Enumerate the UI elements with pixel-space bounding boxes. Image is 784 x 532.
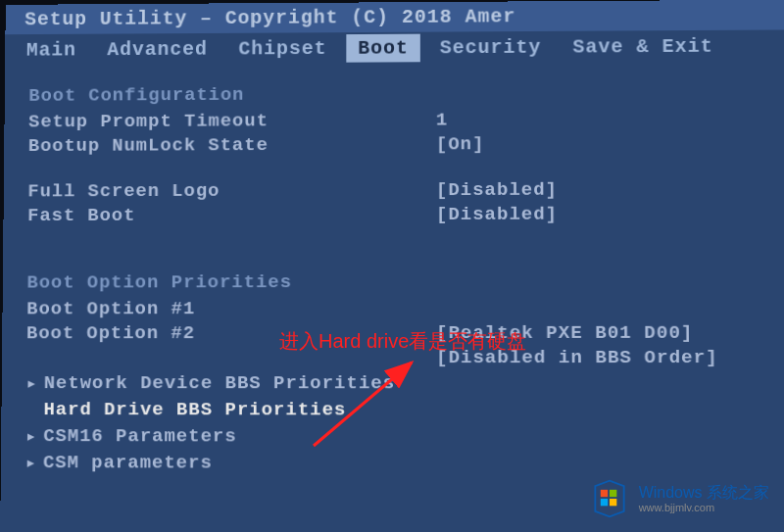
full-screen-logo-label: Full Screen Logo (27, 179, 436, 202)
numlock-label: Bootup NumLock State (28, 133, 436, 156)
title-bar: Setup Utility – Copyright (C) 2018 Amer (5, 0, 784, 34)
menu-boot[interactable]: Boot (346, 34, 420, 63)
title-text: Setup Utility – Copyright (C) 2018 Amer (24, 5, 515, 30)
setup-prompt-timeout-value: 1 (436, 110, 448, 131)
svg-line-1 (314, 363, 412, 446)
menu-chipset[interactable]: Chipset (227, 34, 339, 63)
submenu-label: CSM parameters (43, 452, 213, 473)
menu-main[interactable]: Main (15, 36, 88, 65)
menu-save-exit[interactable]: Save & Exit (561, 32, 725, 62)
fast-boot-label: Fast Boot (27, 204, 436, 226)
setting-row[interactable]: Full Screen Logo [Disabled] (27, 178, 760, 202)
watermark-url: www.bjjmlv.com (639, 502, 769, 514)
numlock-value: [On] (436, 133, 485, 155)
menu-bar: Main Advanced Chipset Boot Security Save… (5, 29, 784, 66)
windows-logo-icon (588, 477, 631, 520)
menu-security[interactable]: Security (428, 33, 554, 62)
setting-row[interactable]: Fast Boot [Disabled] (27, 203, 761, 226)
svg-rect-4 (600, 499, 607, 506)
boot-option-1-label: Boot Option #1 (26, 298, 436, 319)
submenu-label: Hard Drive BBS Priorities (43, 399, 346, 420)
full-screen-logo-value: [Disabled] (436, 179, 558, 201)
svg-rect-2 (600, 490, 607, 497)
menu-advanced[interactable]: Advanced (95, 35, 219, 64)
submenu-marker-icon: ▸ (25, 424, 38, 448)
setting-row[interactable]: Boot Option #1 (26, 298, 762, 320)
watermark: Windows 系统之家 www.bjjmlv.com (588, 477, 769, 520)
svg-rect-3 (610, 490, 616, 497)
svg-rect-5 (610, 499, 616, 506)
setting-row[interactable]: Bootup NumLock State [On] (28, 132, 760, 157)
boot-config-header: Boot Configuration (28, 81, 760, 106)
submenu-label: CSM16 Parameters (43, 425, 237, 447)
fast-boot-value: [Disabled] (436, 204, 558, 225)
setting-row[interactable]: Setup Prompt Timeout 1 (28, 108, 760, 132)
submenu-marker-icon: ▸ (25, 371, 38, 395)
annotation-arrow-icon (304, 348, 431, 456)
setup-prompt-timeout-label: Setup Prompt Timeout (28, 110, 436, 133)
boot-priorities-header: Boot Option Priorities (26, 270, 761, 293)
submenu-marker-icon: ▸ (25, 451, 38, 474)
watermark-title: Windows 系统之家 (639, 483, 769, 502)
